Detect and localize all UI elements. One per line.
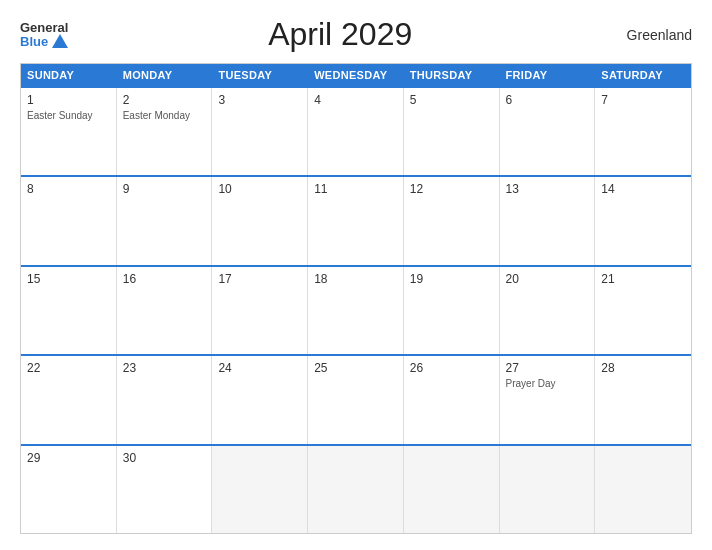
day-number: 21 [601,272,685,286]
day-number: 7 [601,93,685,107]
logo-triangle-icon [52,34,68,48]
day-number: 29 [27,451,110,465]
header: General Blue April 2029 Greenland [20,16,692,53]
calendar-cell [595,446,691,533]
logo-general-text: General [20,21,68,34]
calendar-cell [212,446,308,533]
day-number: 4 [314,93,397,107]
day-event: Easter Monday [123,109,206,122]
calendar-cell: 17 [212,267,308,354]
day-number: 16 [123,272,206,286]
calendar-cell: 27Prayer Day [500,356,596,443]
logo-blue-text: Blue [20,35,48,48]
page: General Blue April 2029 Greenland Sunday… [0,0,712,550]
day-number: 1 [27,93,110,107]
calendar-cell: 2Easter Monday [117,88,213,175]
day-number: 2 [123,93,206,107]
week-row-1: 891011121314 [21,175,691,264]
day-event: Prayer Day [506,377,589,390]
calendar-cell [500,446,596,533]
col-thursday: Thursday [404,64,500,86]
region-label: Greenland [612,27,692,43]
calendar-cell: 16 [117,267,213,354]
calendar-cell: 1Easter Sunday [21,88,117,175]
calendar: Sunday Monday Tuesday Wednesday Thursday… [20,63,692,534]
calendar-cell: 29 [21,446,117,533]
col-monday: Monday [117,64,213,86]
calendar-body: 1Easter Sunday2Easter Monday345678910111… [21,86,691,533]
day-number: 15 [27,272,110,286]
calendar-cell: 7 [595,88,691,175]
week-row-0: 1Easter Sunday2Easter Monday34567 [21,86,691,175]
calendar-cell: 30 [117,446,213,533]
day-number: 9 [123,182,206,196]
day-number: 22 [27,361,110,375]
col-tuesday: Tuesday [212,64,308,86]
calendar-cell: 20 [500,267,596,354]
calendar-cell: 13 [500,177,596,264]
col-friday: Friday [500,64,596,86]
calendar-cell: 6 [500,88,596,175]
day-number: 25 [314,361,397,375]
calendar-cell: 3 [212,88,308,175]
calendar-header: Sunday Monday Tuesday Wednesday Thursday… [21,64,691,86]
week-row-3: 222324252627Prayer Day28 [21,354,691,443]
logo: General Blue [20,21,68,48]
day-number: 8 [27,182,110,196]
calendar-cell [404,446,500,533]
col-saturday: Saturday [595,64,691,86]
week-row-2: 15161718192021 [21,265,691,354]
day-number: 20 [506,272,589,286]
calendar-cell: 8 [21,177,117,264]
day-number: 19 [410,272,493,286]
calendar-cell: 28 [595,356,691,443]
day-number: 5 [410,93,493,107]
day-number: 6 [506,93,589,107]
day-number: 11 [314,182,397,196]
day-number: 28 [601,361,685,375]
calendar-cell: 18 [308,267,404,354]
day-number: 13 [506,182,589,196]
calendar-title: April 2029 [68,16,612,53]
day-number: 3 [218,93,301,107]
calendar-cell: 25 [308,356,404,443]
calendar-cell: 26 [404,356,500,443]
day-number: 24 [218,361,301,375]
calendar-cell: 10 [212,177,308,264]
calendar-cell [308,446,404,533]
day-number: 12 [410,182,493,196]
calendar-cell: 24 [212,356,308,443]
calendar-cell: 4 [308,88,404,175]
day-number: 30 [123,451,206,465]
week-row-4: 2930 [21,444,691,533]
day-number: 17 [218,272,301,286]
calendar-cell: 11 [308,177,404,264]
calendar-cell: 5 [404,88,500,175]
calendar-cell: 15 [21,267,117,354]
calendar-cell: 14 [595,177,691,264]
calendar-cell: 23 [117,356,213,443]
day-number: 27 [506,361,589,375]
day-number: 10 [218,182,301,196]
calendar-cell: 12 [404,177,500,264]
calendar-cell: 21 [595,267,691,354]
day-number: 26 [410,361,493,375]
calendar-cell: 9 [117,177,213,264]
calendar-cell: 19 [404,267,500,354]
col-wednesday: Wednesday [308,64,404,86]
day-number: 14 [601,182,685,196]
col-sunday: Sunday [21,64,117,86]
day-number: 23 [123,361,206,375]
day-number: 18 [314,272,397,286]
calendar-cell: 22 [21,356,117,443]
day-event: Easter Sunday [27,109,110,122]
